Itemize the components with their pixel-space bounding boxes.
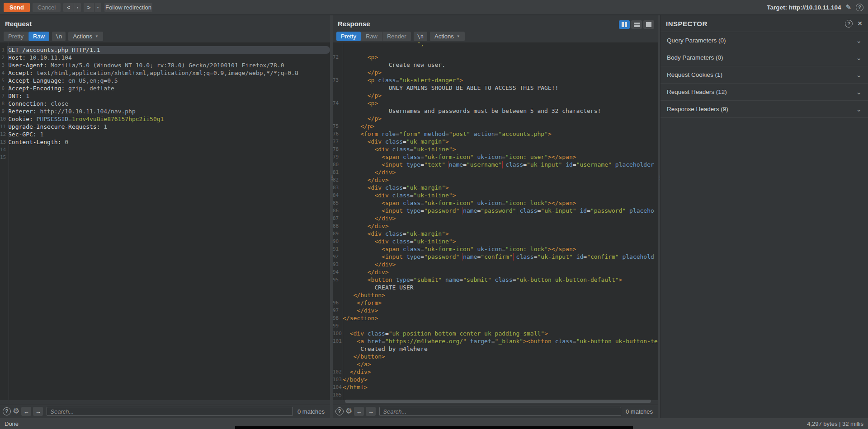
code-line[interactable]: 10Cookie: PHPSESSID=1rov4vu8ie876157hpc2… [0, 115, 330, 123]
inspector-section-query-parameters[interactable]: Query Parameters (0) ⌄ [660, 32, 868, 49]
code-line[interactable]: 76 <form role="form" method="post" actio… [333, 130, 658, 138]
search-prev-icon[interactable]: ← [21, 407, 31, 416]
code-line[interactable]: 98</section> [333, 314, 658, 322]
response-search-input[interactable] [379, 407, 621, 416]
code-line[interactable]: 100 <div class="uk-position-bottom-cente… [333, 330, 658, 337]
forward-arrow-icon[interactable]: > [84, 3, 94, 12]
search-help-icon[interactable]: ? [3, 407, 11, 415]
code-line[interactable]: 14 [0, 146, 330, 154]
tab-response-render[interactable]: Render [382, 32, 411, 41]
code-line[interactable]: 92 <input type="password" name="confirm"… [333, 253, 658, 261]
layout-rows-button[interactable] [631, 20, 642, 29]
code-line[interactable]: 75 </p> [333, 122, 658, 130]
request-editor[interactable]: 1GET /accounts.php HTTP/1.12Host: 10.10.… [0, 42, 330, 400]
search-settings-icon[interactable]: ⚙ [345, 407, 352, 415]
code-line[interactable]: 3User-Agent: Mozilla/5.0 (Windows NT 10.… [0, 61, 330, 69]
code-line[interactable]: 84 <div class="uk-inline"> [333, 191, 658, 199]
code-line[interactable]: 97 </div> [333, 307, 658, 314]
code-line[interactable]: </a> [333, 360, 658, 368]
code-line[interactable]: 87 </div> [333, 214, 658, 222]
code-line[interactable]: 95 <button type="submit" name="submit" c… [333, 276, 658, 284]
code-line[interactable]: 104</html> [333, 383, 658, 391]
code-line[interactable]: 81 </div> [333, 168, 658, 176]
response-editor[interactable]: ",72 <p> Create new user. </p>73 <p clas… [333, 42, 658, 400]
code-line[interactable]: 85 <span class="uk-form-icon" uk-icon="i… [333, 199, 658, 207]
inspector-section-body-parameters[interactable]: Body Parameters (0) ⌄ [660, 49, 868, 66]
search-help-icon[interactable]: ? [335, 407, 344, 415]
code-line[interactable]: ", [333, 42, 658, 53]
inspector-help-icon[interactable]: ? [845, 20, 853, 28]
tab-response-pretty[interactable]: Pretty [336, 32, 361, 41]
code-line[interactable]: 89 <div class="uk-margin"> [333, 230, 658, 238]
cancel-button[interactable]: Cancel [33, 3, 61, 12]
code-line[interactable]: 6Accept-Encoding: gzip, deflate [0, 84, 330, 92]
code-line[interactable]: 77 <div class="uk-margin"> [333, 138, 658, 145]
forward-request-button[interactable]: > ▾ [84, 3, 101, 12]
code-line[interactable]: </p> [333, 92, 658, 99]
code-line[interactable]: </button> [333, 353, 658, 360]
forward-dropdown-icon[interactable]: ▾ [94, 3, 101, 12]
inspector-close-icon[interactable]: ✕ [857, 20, 863, 27]
code-line[interactable]: 9Referer: http://10.10.11.104/nav.php [0, 107, 330, 115]
code-line[interactable]: 82 </div> [333, 176, 658, 184]
inspector-section-request-headers[interactable]: Request Headers (12) ⌄ [660, 84, 868, 101]
inspector-section-request-cookies[interactable]: Request Cookies (1) ⌄ [660, 66, 868, 84]
code-line[interactable]: 13Content-Length: 0 [0, 138, 330, 146]
code-line[interactable]: 4Accept: text/html,application/xhtml+xml… [0, 69, 330, 77]
search-prev-icon[interactable]: ← [354, 407, 364, 416]
request-search-input[interactable] [47, 407, 293, 416]
code-line[interactable]: 88 </div> [333, 222, 658, 230]
back-dropdown-icon[interactable]: ▾ [74, 3, 81, 12]
code-line[interactable]: 86 <input type="password" name="password… [333, 207, 658, 214]
horizontal-scrollbar[interactable] [345, 400, 651, 403]
code-line[interactable]: </p> [333, 69, 658, 76]
code-line[interactable]: 79 <span class="uk-form-icon" uk-icon="i… [333, 153, 658, 161]
code-line[interactable]: 90 <div class="uk-inline"> [333, 238, 658, 245]
code-line[interactable]: 2Host: 10.10.11.104 [0, 54, 330, 61]
code-line[interactable]: 93 </div> [333, 261, 658, 268]
code-line[interactable]: </p> [333, 115, 658, 122]
code-line[interactable]: 101 <a href="https://m4lwhere.org/" targ… [333, 337, 658, 345]
response-actions-button[interactable]: Actions▼ [430, 32, 465, 41]
code-line[interactable]: 15 [0, 154, 330, 161]
code-line[interactable]: 11Upgrade-Insecure-Requests: 1 [0, 123, 330, 131]
back-arrow-icon[interactable]: < [63, 3, 74, 12]
code-line[interactable]: 80 <input type="text" name="username" cl… [333, 161, 658, 168]
tab-request-raw[interactable]: Raw [28, 32, 49, 41]
tab-request-pretty[interactable]: Pretty [4, 32, 28, 41]
layout-single-button[interactable] [643, 20, 654, 29]
help-icon[interactable]: ? [856, 4, 863, 11]
code-line[interactable]: 12Sec-GPC: 1 [0, 131, 330, 138]
code-line[interactable]: Create new user. [333, 61, 658, 69]
code-line[interactable]: 94 </div> [333, 268, 658, 276]
back-request-button[interactable]: < ▾ [63, 3, 81, 12]
send-button[interactable]: Send [4, 3, 30, 12]
edit-target-icon[interactable]: ✎ [845, 3, 851, 11]
code-line[interactable]: ONLY ADMINS SHOULD BE ABLE TO ACCESS THI… [333, 84, 658, 92]
request-actions-button[interactable]: Actions▼ [68, 32, 103, 41]
code-line[interactable]: 91 <span class="uk-form-icon" uk-icon="i… [333, 245, 658, 253]
inspector-section-response-headers[interactable]: Response Headers (9) ⌄ [660, 101, 868, 118]
search-next-icon[interactable]: → [33, 407, 43, 416]
code-line[interactable]: </button> [333, 291, 658, 299]
tab-response-raw[interactable]: Raw [361, 32, 382, 41]
code-line[interactable]: 72 <p> [333, 53, 658, 61]
follow-redirection-button[interactable]: Follow redirection [104, 3, 152, 12]
code-line[interactable]: 7DNT: 1 [0, 92, 330, 100]
tab-response-newline[interactable]: \n [414, 32, 427, 41]
code-line[interactable]: 1GET /accounts.php HTTP/1.1 [0, 46, 330, 54]
code-line[interactable]: CREATE USER [333, 284, 658, 291]
code-line[interactable]: 99 [333, 322, 658, 330]
code-line[interactable]: 83 <div class="uk-margin"> [333, 184, 658, 191]
code-line[interactable]: 96 </form> [333, 299, 658, 307]
code-line[interactable]: 102 </div> [333, 368, 658, 376]
tab-request-newline[interactable]: \n [52, 32, 66, 41]
code-line[interactable]: 5Accept-Language: en-US,en;q=0.5 [0, 77, 330, 84]
code-line[interactable]: Created by m4lwhere [333, 345, 658, 353]
code-line[interactable]: 78 <div class="uk-inline"> [333, 145, 658, 153]
search-settings-icon[interactable]: ⚙ [13, 407, 19, 415]
search-next-icon[interactable]: → [366, 407, 376, 416]
code-line[interactable]: Usernames and passwords must be between … [333, 107, 658, 115]
layout-columns-button[interactable] [619, 20, 630, 29]
code-line[interactable]: 73 <p class="uk-alert-danger"> [333, 76, 658, 84]
